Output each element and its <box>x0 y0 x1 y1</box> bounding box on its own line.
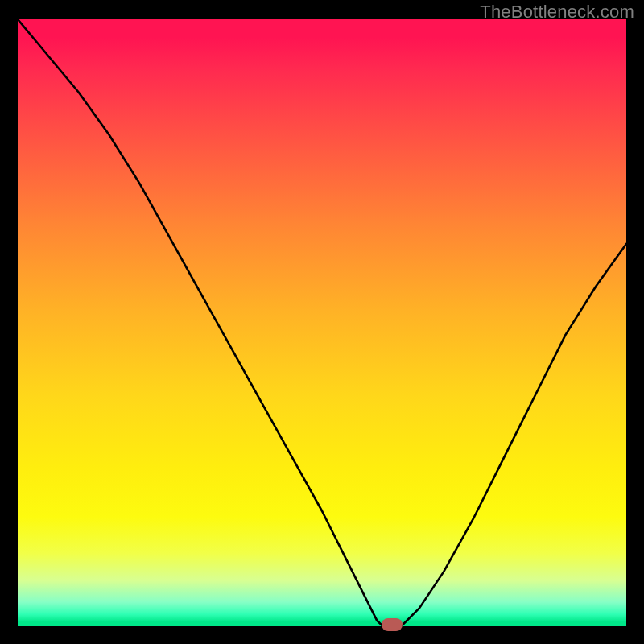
watermark-text: TheBottleneck.com <box>480 2 634 23</box>
chart-frame: TheBottleneck.com <box>0 0 644 644</box>
optimum-marker <box>382 618 402 631</box>
plot-area <box>18 19 626 626</box>
bottleneck-curve <box>18 19 626 626</box>
